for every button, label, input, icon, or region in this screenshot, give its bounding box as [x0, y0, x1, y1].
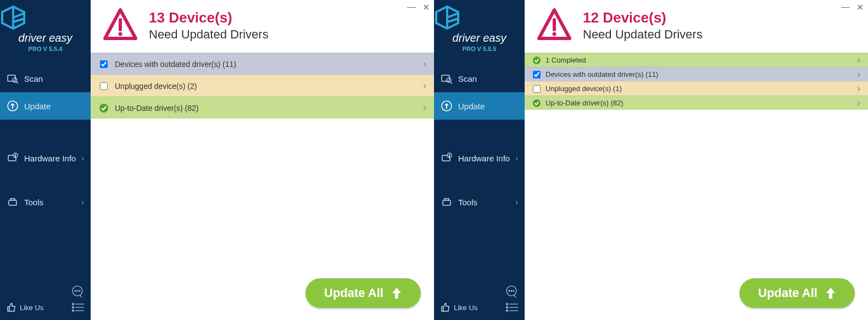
svg-point-23	[119, 32, 123, 36]
window-controls: — ✕	[407, 2, 430, 13]
footer: Update All	[91, 270, 434, 320]
checkbox-icon[interactable]	[98, 81, 109, 92]
svg-text:i: i	[15, 154, 15, 158]
sidebar-bottom: Like Us	[0, 279, 91, 320]
app-window-2: driver easy PRO V 5.5.5 Scan Update i Ha…	[434, 0, 868, 320]
hardware-icon: i	[441, 152, 453, 164]
nav-label: Tools	[458, 198, 477, 207]
category-uptodate[interactable]: Up-to-Date driver(s) (82) ›	[91, 97, 434, 119]
nav-hardware[interactable]: i Hardware Info ›	[0, 144, 91, 172]
check-circle-icon	[532, 56, 541, 65]
check-circle-icon	[98, 103, 109, 114]
sidebar: driver easy PRO V 5.5.4 Scan Update i Ha…	[0, 0, 91, 320]
chat-icon[interactable]	[505, 285, 518, 298]
nav-scan[interactable]: Scan	[434, 65, 525, 92]
header: 12 Device(s) Need Updated Drivers	[525, 0, 868, 53]
chevron-right-icon: ›	[81, 198, 84, 206]
svg-point-49	[533, 56, 541, 64]
thumbs-up-icon	[7, 302, 16, 312]
chevron-right-icon: ›	[515, 198, 518, 206]
main-panel: — ✕ 13 Device(s) Need Updated Drivers De…	[91, 0, 434, 320]
scan-icon	[7, 72, 19, 85]
nav-tools[interactable]: Tools ›	[0, 188, 91, 216]
category-list: Devices with outdated driver(s) (11) › U…	[91, 53, 434, 119]
nav-label: Tools	[24, 198, 43, 207]
chat-icon[interactable]	[71, 285, 84, 298]
menu-icon[interactable]	[72, 303, 84, 312]
chevron-right-icon: ›	[423, 102, 426, 114]
warning-icon	[102, 7, 139, 44]
chevron-right-icon: ›	[857, 83, 860, 94]
svg-point-43	[507, 307, 508, 308]
nav-update[interactable]: Update	[0, 92, 91, 120]
svg-line-3	[13, 19, 24, 22]
header-text: 13 Device(s) Need Updated Drivers	[149, 9, 269, 42]
nav-scan[interactable]: Scan	[0, 65, 91, 92]
category-label: Up-to-Date driver(s) (82)	[115, 104, 198, 113]
minimize-button[interactable]: —	[841, 2, 850, 13]
category-label: Unplugged device(s) (1)	[546, 85, 622, 93]
chevron-right-icon: ›	[81, 154, 84, 162]
like-label: Like Us	[20, 304, 43, 312]
version-label: PRO V 5.5.5	[434, 46, 525, 52]
chevron-right-icon: ›	[515, 154, 518, 162]
svg-line-2	[13, 13, 24, 18]
svg-rect-36	[443, 200, 450, 205]
arrow-up-icon	[825, 287, 836, 300]
nav-label: Scan	[458, 74, 477, 83]
svg-point-39	[511, 290, 512, 291]
checkbox-icon[interactable]	[532, 85, 541, 93]
category-uptodate[interactable]: Up-to-Date driver(s) (82) ›	[525, 96, 868, 110]
svg-point-14	[77, 290, 78, 291]
svg-point-13	[75, 290, 76, 291]
update-icon	[441, 100, 453, 112]
update-all-label: Update All	[324, 286, 383, 300]
svg-text:i: i	[449, 154, 449, 158]
svg-point-48	[553, 32, 557, 36]
nav: Scan Update i Hardware Info › Tools ›	[0, 65, 91, 216]
svg-point-16	[73, 304, 74, 305]
checkbox-icon[interactable]	[98, 59, 109, 70]
header: 13 Device(s) Need Updated Drivers	[91, 0, 434, 53]
category-unplugged[interactable]: Unplugged device(s) (1) ›	[525, 81, 868, 96]
like-us-button[interactable]: Like Us	[441, 302, 477, 312]
category-label: Unplugged device(s) (2)	[115, 82, 197, 91]
nav-tools[interactable]: Tools ›	[434, 188, 525, 216]
close-button[interactable]: ✕	[856, 2, 864, 13]
update-all-button[interactable]: Update All	[305, 278, 421, 308]
version-label: PRO V 5.5.4	[0, 46, 91, 52]
logo-icon	[0, 5, 91, 30]
close-button[interactable]: ✕	[422, 2, 430, 13]
minimize-button[interactable]: —	[407, 2, 416, 13]
chevron-right-icon: ›	[423, 58, 426, 70]
thumbs-up-icon	[441, 302, 450, 312]
nav-label: Hardware Info	[458, 154, 510, 163]
nav-label: Hardware Info	[24, 154, 76, 163]
svg-point-40	[513, 290, 514, 291]
menu-icon[interactable]	[506, 303, 518, 312]
chevron-right-icon: ›	[857, 54, 860, 66]
header-text: 12 Device(s) Need Updated Drivers	[583, 9, 703, 42]
brand-name: driver easy	[0, 32, 91, 44]
category-outdated[interactable]: Devices with outdated driver(s) (11) ›	[91, 53, 434, 75]
category-unplugged[interactable]: Unplugged device(s) (2) ›	[91, 75, 434, 97]
category-label: Up-to-Date driver(s) (82)	[546, 99, 624, 107]
header-subtitle: Need Updated Drivers	[149, 27, 269, 42]
like-us-button[interactable]: Like Us	[7, 302, 43, 312]
window-controls: — ✕	[841, 2, 864, 13]
chevron-right-icon: ›	[857, 97, 860, 109]
hardware-icon: i	[7, 152, 19, 164]
svg-point-20	[73, 310, 74, 312]
nav-hardware[interactable]: i Hardware Info ›	[434, 144, 525, 172]
svg-point-38	[509, 290, 510, 291]
svg-point-41	[507, 304, 508, 305]
checkbox-icon[interactable]	[532, 70, 541, 79]
svg-point-45	[507, 310, 508, 312]
chevron-right-icon: ›	[423, 80, 426, 92]
category-completed[interactable]: 1 Completed ›	[525, 53, 868, 67]
nav-update[interactable]: Update	[434, 92, 525, 120]
scan-icon	[441, 72, 453, 85]
category-outdated[interactable]: Devices with outdated driver(s) (11) ›	[525, 67, 868, 81]
sidebar: driver easy PRO V 5.5.5 Scan Update i Ha…	[434, 0, 525, 320]
update-all-button[interactable]: Update All	[739, 278, 855, 308]
